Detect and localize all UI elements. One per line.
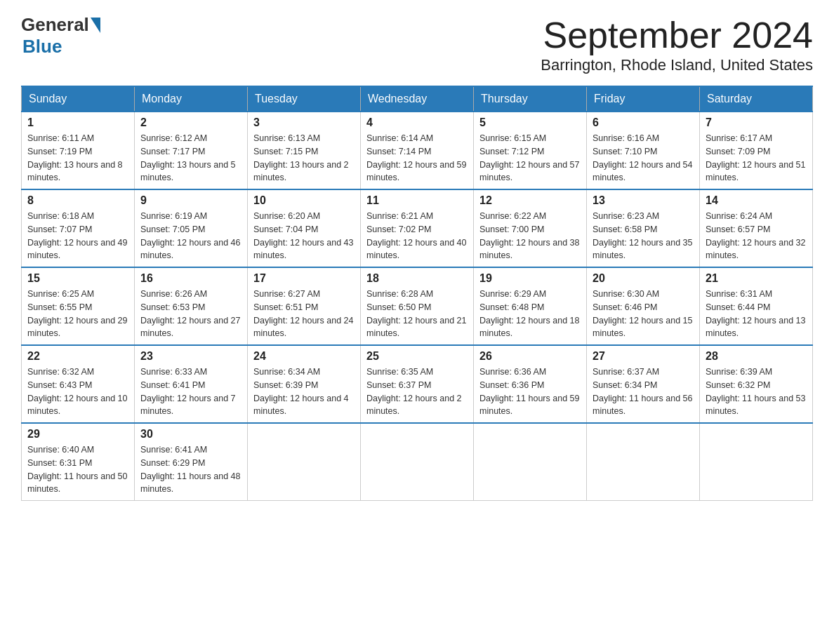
col-wednesday: Wednesday: [361, 86, 474, 112]
table-row: 10Sunrise: 6:20 AMSunset: 7:04 PMDayligh…: [248, 189, 361, 267]
table-row: [361, 423, 474, 501]
day-number: 2: [140, 116, 241, 129]
day-number: 7: [706, 116, 807, 129]
col-monday: Monday: [135, 86, 248, 112]
table-row: 28Sunrise: 6:39 AMSunset: 6:32 PMDayligh…: [700, 345, 813, 423]
table-row: 7Sunrise: 6:17 AMSunset: 7:09 PMDaylight…: [700, 112, 813, 189]
day-info: Sunrise: 6:15 AMSunset: 7:12 PMDaylight:…: [479, 132, 581, 185]
day-info: Sunrise: 6:36 AMSunset: 6:36 PMDaylight:…: [479, 365, 581, 418]
table-row: 12Sunrise: 6:22 AMSunset: 7:00 PMDayligh…: [474, 189, 587, 267]
day-info: Sunrise: 6:18 AMSunset: 7:07 PMDaylight:…: [27, 210, 128, 262]
day-info: Sunrise: 6:16 AMSunset: 7:10 PMDaylight:…: [593, 132, 694, 185]
day-info: Sunrise: 6:11 AMSunset: 7:19 PMDaylight:…: [27, 132, 128, 185]
day-info: Sunrise: 6:31 AMSunset: 6:44 PMDaylight:…: [706, 288, 807, 340]
day-info: Sunrise: 6:32 AMSunset: 6:43 PMDaylight:…: [27, 365, 128, 418]
calendar-week-2: 8Sunrise: 6:18 AMSunset: 7:07 PMDaylight…: [22, 189, 813, 267]
day-number: 29: [27, 428, 128, 441]
day-number: 25: [366, 350, 468, 363]
day-info: Sunrise: 6:20 AMSunset: 7:04 PMDaylight:…: [253, 210, 355, 262]
day-info: Sunrise: 6:21 AMSunset: 7:02 PMDaylight:…: [366, 210, 468, 262]
day-number: 13: [593, 194, 694, 207]
day-number: 5: [479, 116, 581, 129]
day-number: 19: [479, 272, 581, 285]
logo-triangle-icon: [91, 18, 100, 33]
col-tuesday: Tuesday: [248, 86, 361, 112]
calendar-week-5: 29Sunrise: 6:40 AMSunset: 6:31 PMDayligh…: [22, 423, 813, 501]
day-number: 22: [27, 350, 128, 363]
calendar-week-3: 15Sunrise: 6:25 AMSunset: 6:55 PMDayligh…: [22, 267, 813, 345]
day-info: Sunrise: 6:33 AMSunset: 6:41 PMDaylight:…: [140, 365, 241, 418]
day-info: Sunrise: 6:40 AMSunset: 6:31 PMDaylight:…: [27, 443, 128, 496]
table-row: 11Sunrise: 6:21 AMSunset: 7:02 PMDayligh…: [361, 189, 474, 267]
logo-blue-text: Blue: [22, 36, 62, 57]
day-info: Sunrise: 6:12 AMSunset: 7:17 PMDaylight:…: [140, 132, 241, 185]
logo: General Blue: [21, 14, 102, 58]
table-row: 9Sunrise: 6:19 AMSunset: 7:05 PMDaylight…: [135, 189, 248, 267]
table-row: 16Sunrise: 6:26 AMSunset: 6:53 PMDayligh…: [135, 267, 248, 345]
table-row: 13Sunrise: 6:23 AMSunset: 6:58 PMDayligh…: [587, 189, 700, 267]
table-row: 3Sunrise: 6:13 AMSunset: 7:15 PMDaylight…: [248, 112, 361, 189]
day-number: 30: [140, 428, 241, 441]
day-info: Sunrise: 6:26 AMSunset: 6:53 PMDaylight:…: [140, 288, 241, 340]
table-row: 15Sunrise: 6:25 AMSunset: 6:55 PMDayligh…: [22, 267, 135, 345]
table-row: 4Sunrise: 6:14 AMSunset: 7:14 PMDaylight…: [361, 112, 474, 189]
col-friday: Friday: [587, 86, 700, 112]
day-number: 10: [253, 194, 355, 207]
day-info: Sunrise: 6:25 AMSunset: 6:55 PMDaylight:…: [27, 288, 128, 340]
calendar-week-4: 22Sunrise: 6:32 AMSunset: 6:43 PMDayligh…: [22, 345, 813, 423]
table-row: 17Sunrise: 6:27 AMSunset: 6:51 PMDayligh…: [248, 267, 361, 345]
day-info: Sunrise: 6:34 AMSunset: 6:39 PMDaylight:…: [253, 365, 355, 418]
table-row: [248, 423, 361, 501]
table-row: 30Sunrise: 6:41 AMSunset: 6:29 PMDayligh…: [135, 423, 248, 501]
day-number: 4: [366, 116, 468, 129]
day-info: Sunrise: 6:13 AMSunset: 7:15 PMDaylight:…: [253, 132, 355, 185]
table-row: 25Sunrise: 6:35 AMSunset: 6:37 PMDayligh…: [361, 345, 474, 423]
day-number: 12: [479, 194, 581, 207]
logo-general-text: General: [21, 14, 89, 36]
table-row: 26Sunrise: 6:36 AMSunset: 6:36 PMDayligh…: [474, 345, 587, 423]
day-info: Sunrise: 6:22 AMSunset: 7:00 PMDaylight:…: [479, 210, 581, 262]
day-number: 18: [366, 272, 468, 285]
table-row: 29Sunrise: 6:40 AMSunset: 6:31 PMDayligh…: [22, 423, 135, 501]
table-row: 2Sunrise: 6:12 AMSunset: 7:17 PMDaylight…: [135, 112, 248, 189]
col-thursday: Thursday: [474, 86, 587, 112]
day-info: Sunrise: 6:14 AMSunset: 7:14 PMDaylight:…: [366, 132, 468, 185]
day-number: 27: [593, 350, 694, 363]
day-info: Sunrise: 6:41 AMSunset: 6:29 PMDaylight:…: [140, 443, 241, 496]
day-number: 26: [479, 350, 581, 363]
day-number: 16: [140, 272, 241, 285]
day-number: 15: [27, 272, 128, 285]
table-row: [700, 423, 813, 501]
day-info: Sunrise: 6:27 AMSunset: 6:51 PMDaylight:…: [253, 288, 355, 340]
calendar-table: Sunday Monday Tuesday Wednesday Thursday…: [21, 86, 813, 501]
day-number: 28: [706, 350, 807, 363]
month-year: September 2024: [541, 14, 813, 56]
day-info: Sunrise: 6:29 AMSunset: 6:48 PMDaylight:…: [479, 288, 581, 340]
location: Barrington, Rhode Island, United States: [541, 56, 813, 74]
day-info: Sunrise: 6:37 AMSunset: 6:34 PMDaylight:…: [593, 365, 694, 418]
day-number: 17: [253, 272, 355, 285]
table-row: 24Sunrise: 6:34 AMSunset: 6:39 PMDayligh…: [248, 345, 361, 423]
day-number: 14: [706, 194, 807, 207]
table-row: 21Sunrise: 6:31 AMSunset: 6:44 PMDayligh…: [700, 267, 813, 345]
day-info: Sunrise: 6:17 AMSunset: 7:09 PMDaylight:…: [706, 132, 807, 185]
day-number: 24: [253, 350, 355, 363]
table-row: 19Sunrise: 6:29 AMSunset: 6:48 PMDayligh…: [474, 267, 587, 345]
day-info: Sunrise: 6:28 AMSunset: 6:50 PMDaylight:…: [366, 288, 468, 340]
day-number: 9: [140, 194, 241, 207]
day-info: Sunrise: 6:24 AMSunset: 6:57 PMDaylight:…: [706, 210, 807, 262]
col-sunday: Sunday: [22, 86, 135, 112]
day-number: 11: [366, 194, 468, 207]
table-row: [474, 423, 587, 501]
table-row: 23Sunrise: 6:33 AMSunset: 6:41 PMDayligh…: [135, 345, 248, 423]
day-info: Sunrise: 6:35 AMSunset: 6:37 PMDaylight:…: [366, 365, 468, 418]
table-row: [587, 423, 700, 501]
table-row: 27Sunrise: 6:37 AMSunset: 6:34 PMDayligh…: [587, 345, 700, 423]
month-title: September 2024 Barrington, Rhode Island,…: [541, 14, 813, 74]
calendar-header-row: Sunday Monday Tuesday Wednesday Thursday…: [22, 86, 813, 112]
page-header: General Blue September 2024 Barrington, …: [21, 14, 813, 74]
day-info: Sunrise: 6:19 AMSunset: 7:05 PMDaylight:…: [140, 210, 241, 262]
table-row: 8Sunrise: 6:18 AMSunset: 7:07 PMDaylight…: [22, 189, 135, 267]
day-number: 8: [27, 194, 128, 207]
day-info: Sunrise: 6:23 AMSunset: 6:58 PMDaylight:…: [593, 210, 694, 262]
